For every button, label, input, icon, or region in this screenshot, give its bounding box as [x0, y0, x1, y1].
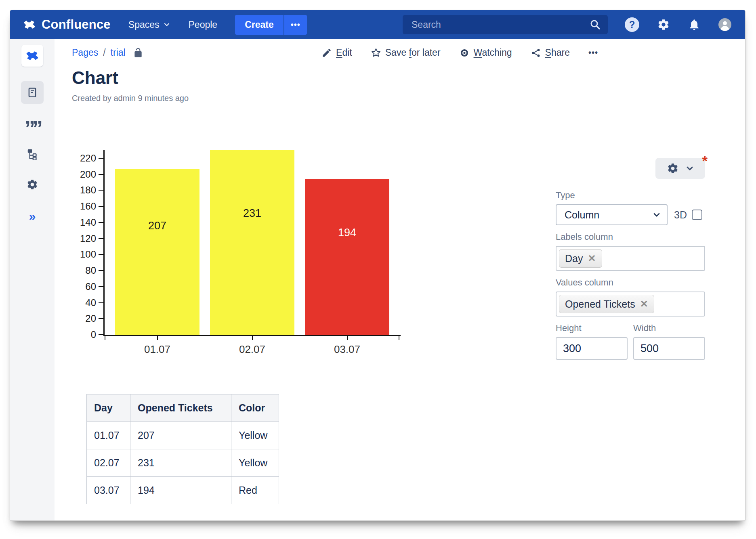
page-byline: Created by admin 9 minutes ago [72, 94, 745, 103]
y-tick-mark [99, 174, 103, 175]
table-cell: 02.07 [87, 449, 130, 477]
help-icon[interactable]: ? [625, 17, 639, 32]
chart-x-ticks [105, 336, 399, 341]
brand-name: Confluence [42, 17, 111, 32]
breadcrumb-pages-link[interactable]: Pages [72, 47, 98, 58]
space-settings-button[interactable] [21, 173, 44, 196]
share-icon [531, 48, 541, 58]
y-tick-label: 220 [74, 153, 96, 164]
confluence-home-link[interactable]: Confluence [22, 17, 111, 32]
confluence-logo-icon [22, 17, 37, 32]
user-avatar[interactable] [718, 18, 731, 31]
y-tick-mark [99, 222, 103, 223]
chart-macro-settings: * Type Column 3D Labels column Day ✕ [556, 158, 706, 360]
y-tick-label: 60 [74, 281, 96, 292]
nav-spaces-label: Spaces [128, 19, 160, 30]
page-header: Pages / trial Edit Save [72, 47, 598, 58]
values-column-field[interactable]: Opened Tickets ✕ [556, 292, 705, 317]
table-header-cell: Day [87, 394, 130, 422]
page-title: Chart [72, 68, 745, 88]
y-tick-mark [99, 190, 103, 191]
y-tick-label: 160 [74, 201, 96, 212]
y-tick-mark [99, 206, 103, 207]
more-actions-button[interactable]: ••• [588, 48, 598, 57]
nav-people-label: People [189, 19, 218, 30]
type-select[interactable]: Column [556, 204, 668, 225]
chart-x-tick-mark [157, 336, 158, 340]
nav-people[interactable]: People [189, 19, 218, 30]
confluence-space-icon [25, 48, 40, 63]
y-tick-label: 100 [74, 249, 96, 260]
create-more-button[interactable]: ••• [284, 15, 307, 35]
table-header-row: DayOpened TicketsColor [87, 394, 279, 422]
macro-gear-icon [667, 162, 679, 174]
chart-axis-end-tick [105, 336, 105, 340]
share-button[interactable]: Share [531, 47, 570, 58]
chart-data-table: DayOpened TicketsColor 01.07207Yellow02.… [86, 394, 279, 504]
page-content: Pages / trial Edit Save [55, 39, 745, 520]
y-tick-mark [99, 158, 103, 159]
values-chip-text: Opened Tickets [565, 298, 635, 310]
sidebar-item-page-tree[interactable] [21, 143, 44, 165]
sidebar-collapse-button[interactable]: » [29, 210, 36, 223]
3d-checkbox[interactable] [692, 210, 702, 220]
sidebar-item-pages[interactable] [21, 81, 44, 104]
nav-spaces[interactable]: Spaces [128, 19, 171, 30]
admin-gear-icon[interactable] [657, 18, 670, 31]
chart-plot: 207231194 [103, 150, 399, 335]
table-cell: 01.07 [87, 422, 130, 449]
chart-x-tick-mark [347, 336, 348, 340]
quote-icon: ”” [25, 112, 40, 134]
unlocked-icon[interactable] [133, 48, 143, 58]
page-document-icon [26, 86, 38, 99]
chart-bar: 231 [210, 150, 294, 335]
chart-x-tick-mark [252, 336, 253, 340]
y-tick-label: 40 [74, 298, 96, 308]
watching-eye-icon [459, 48, 470, 58]
breadcrumb-trial-link[interactable]: trial [111, 47, 126, 58]
search-icon[interactable] [589, 19, 601, 31]
y-tick-label: 0 [74, 329, 96, 340]
app-window: Confluence Spaces People Create ••• ? [10, 10, 746, 521]
table-cell: Yellow [231, 422, 279, 449]
star-icon [371, 48, 381, 58]
y-tick-mark [99, 286, 103, 287]
width-input[interactable] [633, 337, 705, 360]
page-actions: Edit Save for later Watching [321, 47, 598, 58]
table-cell: Yellow [231, 449, 279, 477]
space-logo[interactable] [21, 45, 43, 67]
save-for-later-button[interactable]: Save for later [371, 47, 441, 58]
chart-bar-value-label: 231 [210, 207, 294, 220]
labels-column-field[interactable]: Day ✕ [556, 246, 705, 271]
table-header-cell: Opened Tickets [130, 394, 231, 422]
chevron-down-icon [163, 21, 171, 29]
notifications-bell-icon[interactable] [688, 18, 701, 31]
sidebar-item-blog[interactable]: ”” [21, 112, 44, 134]
labels-column-label: Labels column [556, 232, 706, 242]
height-input[interactable] [556, 337, 628, 360]
search-input[interactable] [403, 15, 608, 34]
y-tick-label: 180 [74, 185, 96, 195]
breadcrumb-separator: / [103, 47, 105, 58]
chart-bar-value-label: 207 [115, 220, 200, 232]
table-body: 01.07207Yellow02.07231Yellow03.07194Red [87, 422, 279, 504]
watching-button[interactable]: Watching [459, 47, 512, 58]
values-column-chip: Opened Tickets ✕ [559, 295, 654, 313]
values-column-label: Values column [556, 277, 706, 288]
table-row: 02.07231Yellow [87, 449, 279, 477]
chart-bar-value-label: 194 [305, 227, 389, 239]
height-label: Height [556, 323, 628, 333]
table-cell: 207 [130, 422, 231, 449]
nav-icon-group: ? [625, 17, 731, 32]
y-tick-mark [99, 318, 103, 319]
table-row: 03.07194Red [87, 477, 279, 504]
create-button[interactable]: Create [235, 15, 284, 35]
edit-button[interactable]: Edit [321, 47, 352, 58]
breadcrumb: Pages / trial [72, 47, 143, 58]
macro-settings-button[interactable]: * [655, 158, 705, 179]
bar-chart: 020406080100120140160180200220 207231194… [72, 150, 407, 358]
select-chevron-icon [652, 210, 661, 219]
labels-chip-remove-icon[interactable]: ✕ [588, 253, 596, 264]
search-box [403, 15, 608, 34]
values-chip-remove-icon[interactable]: ✕ [640, 298, 648, 310]
